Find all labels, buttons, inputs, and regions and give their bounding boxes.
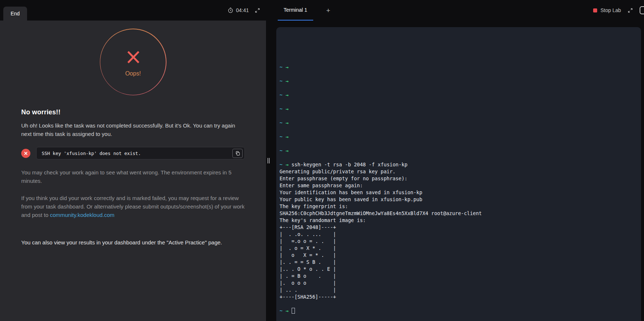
oops-label: Oops!	[125, 70, 141, 77]
oops-badge: Oops!	[100, 29, 166, 95]
stop-icon	[593, 8, 597, 12]
prompt-tilde: ~	[280, 308, 282, 314]
error-status-icon	[21, 149, 30, 158]
terminal-output-line: | .. . |	[280, 287, 641, 294]
terminal-output-line: Enter passphrase (empty for no passphras…	[280, 175, 641, 182]
terminal-output-line: +---[RSA 2048]----+	[280, 224, 641, 231]
x-icon	[24, 151, 28, 155]
terminal-cursor	[292, 308, 295, 314]
prompt-arrow: →	[285, 308, 288, 314]
session-timer: 04:41	[228, 7, 249, 13]
terminal-output-line: Your identification has been saved in xf…	[280, 189, 641, 196]
new-terminal-button[interactable]: +	[326, 7, 330, 14]
terminal-output-line: | o X = * . |	[280, 252, 641, 259]
prompt-arrow: →	[285, 78, 288, 84]
error-row: SSH key 'xfusion-kp' does not exist.	[21, 147, 245, 159]
terminal-blank-line	[280, 300, 641, 307]
timer-value: 04:41	[236, 7, 249, 13]
prompt-arrow: →	[285, 64, 288, 70]
prompt-arrow: →	[285, 120, 288, 126]
oops-badge-inner: Oops!	[100, 29, 166, 95]
clock-icon	[228, 7, 233, 13]
prompt-tilde: ~	[280, 64, 282, 70]
terminal-cursor-line: ~ →	[280, 307, 641, 314]
error-message-text: SSH key 'xfusion-kp' does not exist.	[42, 151, 141, 156]
terminal-blank-line	[280, 99, 641, 106]
terminal-output-line: Your public key has been saved in xfusio…	[280, 196, 641, 203]
terminal-prompt-line: ~ →	[280, 106, 641, 112]
note-dashboard: You can also view your results in your d…	[21, 238, 245, 247]
task-result-pane: End 04:41	[0, 0, 266, 321]
error-x-icon	[123, 47, 143, 67]
prompt-arrow: →	[285, 134, 288, 140]
terminal-prompt-line: ~ →	[280, 64, 641, 71]
divider-handle[interactable]	[267, 158, 270, 163]
expand-icon[interactable]	[255, 8, 260, 13]
terminal-prompt-line: ~ →	[280, 92, 641, 99]
prompt-arrow: →	[285, 92, 288, 98]
terminal-output-line: Enter same passphrase again:	[280, 182, 641, 189]
result-content: Oops! No worries!! Uh oh! Looks like the…	[0, 21, 266, 321]
terminal-output-line: The key fingerprint is:	[280, 203, 641, 210]
note-review: If you think you did your work correctly…	[21, 194, 245, 219]
stop-lab-button[interactable]: Stop Lab	[593, 7, 621, 13]
prompt-tilde: ~	[280, 78, 282, 84]
terminal-topbar-actions: Stop Lab	[593, 6, 644, 14]
terminal-output-line: | . .o. . ... |	[280, 231, 641, 238]
terminal-output-line: |. . = = S B . |	[280, 259, 641, 266]
prompt-arrow: →	[285, 106, 288, 112]
terminal-prompt-line: ~ →	[280, 147, 641, 154]
lab-environment: End 04:41	[0, 0, 644, 321]
note-expiry: You may check your work again to see wha…	[21, 168, 245, 185]
left-topbar: End 04:41	[0, 0, 266, 21]
terminal-prompt-line: ~ →	[280, 78, 641, 85]
prompt-arrow: →	[285, 148, 288, 154]
copy-button[interactable]	[232, 149, 243, 158]
window-icon-partial[interactable]	[640, 6, 644, 14]
copy-icon	[235, 151, 240, 156]
terminal-blank-line	[280, 112, 641, 119]
prompt-tilde: ~	[280, 92, 282, 98]
terminal-prompt-line: ~ →	[280, 119, 641, 126]
prompt-arrow: →	[285, 162, 288, 167]
terminal-blank-line	[280, 126, 641, 133]
terminal-blank-line	[280, 154, 641, 161]
error-message-box: SSH key 'xfusion-kp' does not exist.	[36, 147, 245, 159]
terminal-output-line: | . o = X * . |	[280, 245, 641, 252]
terminal-output-line: |. o o o |	[280, 280, 641, 287]
terminal-output-line: SHA256:C0cphCHb3JdtgneTmzmWiOMneJwYa8Es4…	[280, 210, 641, 217]
tab-terminal-1[interactable]: Terminal 1	[278, 0, 313, 21]
prompt-tilde: ~	[280, 106, 282, 112]
terminal-output-line: |.. . O * o . . E |	[280, 266, 641, 273]
terminal[interactable]: ~ → ~ → ~ → ~ → ~ → ~ → ~ → ~ → ssh-keyg…	[276, 27, 641, 321]
terminal-command-line: ~ → ssh-keygen -t rsa -b 2048 -f xfusion…	[280, 161, 641, 168]
community-link[interactable]: community.kodekloud.com	[50, 212, 114, 218]
terminal-output-line: Generating public/private rsa key pair.	[280, 168, 641, 175]
terminal-output-line: | =.o o = . . |	[280, 238, 641, 245]
terminal-output-line: +----[SHA256]-----+	[280, 294, 641, 300]
tab-end[interactable]: End	[3, 7, 27, 21]
terminal-blank-line	[280, 140, 641, 147]
terminal-topbar: Terminal 1 + Stop Lab	[271, 0, 644, 21]
prompt-tilde: ~	[280, 134, 282, 140]
prompt-tilde: ~	[280, 148, 282, 154]
terminal-output-line: | . = B o . |	[280, 273, 641, 280]
terminal-blank-line	[280, 71, 641, 78]
prompt-tilde: ~	[280, 162, 282, 167]
expand-icon[interactable]	[628, 8, 633, 13]
terminal-prompt-line: ~ →	[280, 133, 641, 140]
terminal-pane: Terminal 1 + Stop Lab ~ → ~ → ~ → ~ → ~ …	[271, 0, 644, 321]
stop-lab-label: Stop Lab	[600, 7, 621, 13]
terminal-blank-line	[280, 85, 641, 92]
result-heading: No worries!!	[21, 108, 245, 116]
result-message: Uh oh! Looks like the task was not compl…	[21, 121, 245, 138]
pane-divider[interactable]	[266, 0, 271, 321]
left-topbar-controls: 04:41	[228, 0, 260, 21]
prompt-tilde: ~	[280, 120, 282, 126]
terminal-output-line: The key's randomart image is:	[280, 217, 641, 224]
